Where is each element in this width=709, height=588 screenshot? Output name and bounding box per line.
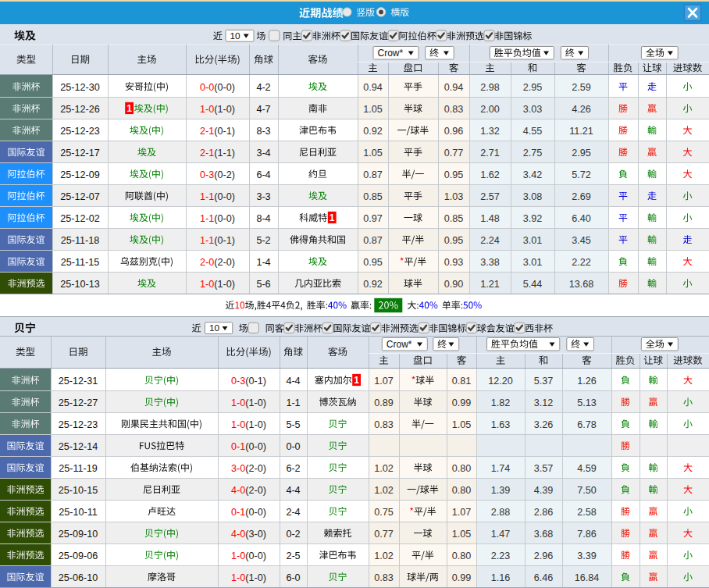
svg-text:0.77: 0.77 — [374, 529, 394, 540]
svg-text:3-3: 3-3 — [256, 191, 270, 202]
svg-text:25-10-11: 25-10-11 — [59, 507, 97, 518]
svg-text:1-0(1-0): 1-0(1-0) — [200, 279, 235, 290]
svg-text:4.39: 4.39 — [534, 485, 554, 496]
svg-text:25-06-10: 25-06-10 — [59, 572, 98, 583]
svg-text:25-12-14: 25-12-14 — [59, 441, 98, 452]
svg-text:16.84: 16.84 — [575, 572, 600, 583]
svg-text:0.99: 0.99 — [452, 572, 472, 583]
svg-text:6.78: 6.78 — [577, 419, 597, 430]
svg-text:1-0(1-0): 1-0(1-0) — [231, 397, 266, 408]
svg-text:6-4: 6-4 — [256, 169, 270, 180]
svg-text:5.44: 5.44 — [523, 279, 543, 290]
svg-text:0.94: 0.94 — [363, 82, 383, 93]
svg-text:25-10-15: 25-10-15 — [59, 485, 98, 496]
svg-text:1.47: 1.47 — [491, 529, 511, 540]
svg-text:0.85: 0.85 — [444, 213, 464, 224]
svg-text:2.96: 2.96 — [534, 551, 554, 561]
svg-text:25-12-27: 25-12-27 — [59, 397, 98, 408]
svg-text:4-0(3-0): 4-0(3-0) — [231, 529, 266, 540]
svg-text:0.96: 0.96 — [444, 126, 464, 137]
svg-text:25-11-19: 25-11-19 — [59, 463, 97, 474]
svg-text:5.72: 5.72 — [572, 169, 591, 180]
svg-text:0.92: 0.92 — [363, 126, 383, 137]
svg-text:2-1(0-1): 2-1(0-1) — [200, 126, 235, 137]
svg-text:6.40: 6.40 — [572, 213, 591, 224]
svg-text:0-3(0-1): 0-3(0-1) — [231, 376, 266, 387]
svg-text:2.86: 2.86 — [534, 507, 554, 518]
svg-text:3-4: 3-4 — [256, 148, 270, 159]
svg-text:2.00: 2.00 — [480, 104, 500, 115]
svg-text:7.86: 7.86 — [577, 529, 597, 540]
svg-text:2.71: 2.71 — [480, 148, 500, 159]
svg-text:1.02: 1.02 — [374, 463, 394, 474]
svg-text:1-1(0-0): 1-1(0-0) — [200, 191, 235, 202]
svg-text:2.58: 2.58 — [577, 507, 597, 518]
svg-text:1.21: 1.21 — [480, 279, 500, 290]
svg-text:0.95: 0.95 — [444, 235, 464, 246]
svg-text:1.05: 1.05 — [363, 104, 383, 115]
svg-text:2-5: 2-5 — [286, 551, 300, 561]
svg-text:1.74: 1.74 — [491, 463, 511, 474]
svg-text:0.80: 0.80 — [452, 463, 472, 474]
svg-text:1.16: 1.16 — [491, 572, 511, 583]
svg-text:3.01: 3.01 — [523, 257, 543, 268]
svg-text:1.05: 1.05 — [452, 529, 472, 540]
svg-text:0.80: 0.80 — [452, 485, 472, 496]
svg-text:4.55: 4.55 — [523, 126, 543, 137]
svg-text:0.99: 0.99 — [452, 397, 472, 408]
svg-text:2-1(1-1): 2-1(1-1) — [200, 148, 235, 159]
svg-text:25-10-13: 25-10-13 — [60, 279, 99, 290]
svg-text:1-0(1-0): 1-0(1-0) — [231, 572, 266, 583]
svg-text:25-11-15: 25-11-15 — [61, 257, 99, 268]
svg-text:0.80: 0.80 — [452, 551, 472, 561]
svg-text:0.89: 0.89 — [374, 397, 394, 408]
svg-text:4.59: 4.59 — [577, 463, 597, 474]
svg-text:2.24: 2.24 — [480, 235, 500, 246]
svg-text:3.38: 3.38 — [480, 257, 500, 268]
svg-text:1-1(0-1): 1-1(0-1) — [200, 235, 235, 246]
svg-text:5.13: 5.13 — [577, 397, 597, 408]
svg-text:0-2: 0-2 — [286, 529, 300, 540]
svg-text:1.32: 1.32 — [480, 126, 500, 137]
svg-text:1.07: 1.07 — [374, 376, 394, 387]
svg-text:0.95: 0.95 — [363, 257, 383, 268]
svg-text:2.95: 2.95 — [572, 148, 591, 159]
svg-text:2.98: 2.98 — [480, 82, 500, 93]
svg-text:1.03: 1.03 — [444, 191, 464, 202]
svg-text:3.26: 3.26 — [534, 419, 554, 430]
svg-text:0.87: 0.87 — [363, 169, 383, 180]
svg-text:1.02: 1.02 — [374, 551, 394, 561]
svg-text:1-4: 1-4 — [256, 257, 270, 268]
svg-text:10: 10 — [230, 30, 241, 41]
svg-text:0.90: 0.90 — [444, 279, 464, 290]
svg-text:25-12-17: 25-12-17 — [60, 148, 99, 159]
svg-text:5.37: 5.37 — [534, 376, 554, 387]
svg-text:0-1(0-0): 0-1(0-0) — [231, 507, 266, 518]
svg-text:5-6: 5-6 — [256, 279, 270, 290]
svg-text:3.12: 3.12 — [534, 397, 554, 408]
svg-text:0.92: 0.92 — [363, 279, 383, 290]
svg-text:4-7: 4-7 — [256, 104, 270, 115]
svg-text:0.83: 0.83 — [374, 572, 394, 583]
svg-text:0-1(0-0): 0-1(0-0) — [231, 441, 266, 452]
svg-text:7.50: 7.50 — [577, 485, 597, 496]
svg-text:1.62: 1.62 — [480, 169, 500, 180]
svg-text:25-12-23: 25-12-23 — [59, 419, 98, 430]
svg-text:3.08: 3.08 — [523, 191, 543, 202]
svg-text:2.88: 2.88 — [491, 507, 511, 518]
svg-text:25-12-23: 25-12-23 — [60, 126, 99, 137]
svg-text:4-0(2-0): 4-0(2-0) — [231, 485, 266, 496]
svg-text:25-09-10: 25-09-10 — [59, 529, 98, 540]
svg-text:3.39: 3.39 — [577, 551, 597, 561]
svg-text:13.68: 13.68 — [569, 279, 594, 290]
svg-text:4-4: 4-4 — [286, 376, 300, 387]
svg-text:25-12-26: 25-12-26 — [60, 104, 99, 115]
svg-text:2.95: 2.95 — [523, 82, 543, 93]
svg-text:0.93: 0.93 — [444, 257, 464, 268]
svg-text:4.26: 4.26 — [572, 104, 591, 115]
svg-text:8-4: 8-4 — [256, 213, 270, 224]
svg-text:3-0(2-0): 3-0(2-0) — [231, 463, 266, 474]
svg-text:1: 1 — [330, 212, 335, 223]
svg-text:10: 10 — [209, 323, 220, 333]
svg-text:0-3(0-2): 0-3(0-2) — [200, 169, 235, 180]
